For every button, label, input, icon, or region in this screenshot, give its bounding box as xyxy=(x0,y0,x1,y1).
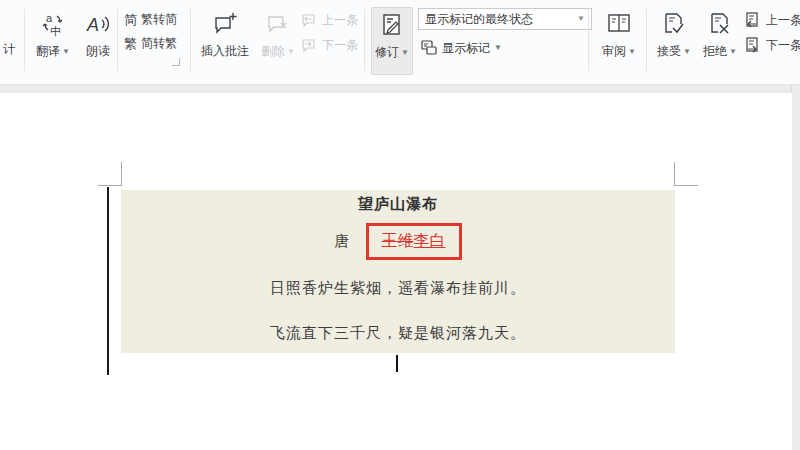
reject-change-label: 拒绝 xyxy=(703,43,727,60)
svg-text:中: 中 xyxy=(50,25,61,37)
chevron-down-icon: ▼ xyxy=(577,15,585,23)
simp-to-trad-label: 简转繁 xyxy=(141,35,177,52)
track-changes-button[interactable]: 修订▼ xyxy=(371,7,413,75)
svg-text:a: a xyxy=(46,12,53,24)
prev-change-icon xyxy=(744,11,762,29)
prev-comment-button[interactable]: 上一条 xyxy=(300,11,358,29)
prev-comment-label: 上一条 xyxy=(322,12,358,29)
app-window: 计 a 中 翻译▼ A xyxy=(0,0,800,450)
show-markup-button[interactable]: 显示标记 ▼ xyxy=(420,39,502,57)
right-margin-mark xyxy=(674,185,698,186)
word-count-button-partial[interactable]: 计 xyxy=(3,41,15,58)
next-comment-icon xyxy=(300,36,318,54)
review-pane-label: 审阅 xyxy=(602,43,626,60)
left-margin-mark xyxy=(98,185,122,186)
delete-comment-button[interactable]: 删除▼ xyxy=(256,7,300,73)
accept-change-label: 接受 xyxy=(657,43,681,60)
chevron-down-icon: ▼ xyxy=(401,49,409,57)
show-markup-icon xyxy=(420,39,438,57)
trad-to-simp-button[interactable]: 简 繁转简 xyxy=(124,11,177,28)
reject-change-button[interactable]: 拒绝▼ xyxy=(698,7,742,73)
markup-state-dropdown[interactable]: 显示标记的最终状态 ▼ xyxy=(418,8,592,30)
deleted-author-text: 王维 xyxy=(382,231,414,252)
svg-text:A: A xyxy=(86,15,99,35)
next-comment-button[interactable]: 下一条 xyxy=(300,36,358,54)
review-pane-icon xyxy=(605,7,633,41)
divider xyxy=(646,9,647,71)
divider xyxy=(24,9,25,71)
read-aloud-label: 朗读 xyxy=(86,43,110,60)
poem-line-2: 飞流直下三千尺，疑是银河落九天。 xyxy=(121,324,675,343)
revision-box[interactable]: 王维 李白 xyxy=(366,223,462,260)
text-cursor xyxy=(396,355,398,372)
translate-icon: a 中 xyxy=(39,7,67,41)
translate-button[interactable]: a 中 翻译▼ xyxy=(30,7,76,73)
divider xyxy=(190,9,191,71)
read-aloud-button[interactable]: A 朗读 xyxy=(78,7,118,73)
chevron-down-icon: ▼ xyxy=(628,48,636,56)
poem-line-1: 日照香炉生紫烟，遥看瀑布挂前川。 xyxy=(121,279,675,298)
chevron-down-icon: ▼ xyxy=(683,48,691,56)
changed-line-indicator xyxy=(107,187,109,375)
dialog-launcher-icon[interactable] xyxy=(172,58,180,66)
change-nav-group: 上一条 下一条 xyxy=(744,11,800,54)
track-changes-icon xyxy=(379,8,405,42)
simplified-char-icon: 简 xyxy=(124,13,137,26)
poem-title: 望庐山瀑布 xyxy=(121,195,675,214)
prev-change-label: 上一条 xyxy=(766,12,800,29)
show-markup-label: 显示标记 xyxy=(442,40,490,57)
document-page[interactable]: 望庐山瀑布 唐 王维 李白 日照香炉生紫烟，遥看瀑布挂前川。 飞流直下三千尺，疑… xyxy=(0,93,792,450)
insert-comment-icon xyxy=(211,7,239,41)
trad-to-simp-label: 繁转简 xyxy=(141,11,177,28)
conversion-group: 简 繁转简 繁 简转繁 xyxy=(124,11,177,52)
chevron-down-icon: ▼ xyxy=(287,48,295,56)
read-aloud-icon: A xyxy=(84,7,112,41)
prev-change-button[interactable]: 上一条 xyxy=(744,11,800,29)
next-change-label: 下一条 xyxy=(766,37,800,54)
poem-block[interactable]: 望庐山瀑布 唐 王维 李白 日照香炉生紫烟，遥看瀑布挂前川。 飞流直下三千尺，疑… xyxy=(121,190,675,353)
left-margin-mark xyxy=(121,162,122,186)
chevron-down-icon: ▼ xyxy=(494,44,502,52)
dynasty-text: 唐 xyxy=(335,232,350,251)
next-change-icon xyxy=(744,36,762,54)
inserted-author-text: 李白 xyxy=(414,231,446,252)
divider xyxy=(588,9,589,71)
divider xyxy=(117,9,118,71)
reject-change-icon xyxy=(706,7,734,41)
vertical-scrollbar[interactable] xyxy=(791,85,800,450)
insert-comment-button[interactable]: 插入批注 xyxy=(196,7,254,73)
review-ribbon: 计 a 中 翻译▼ A xyxy=(0,0,800,85)
document-canvas: 望庐山瀑布 唐 王维 李白 日照香炉生紫烟，遥看瀑布挂前川。 飞流直下三千尺，疑… xyxy=(0,85,800,450)
insert-comment-label: 插入批注 xyxy=(201,43,249,60)
delete-comment-icon xyxy=(264,7,292,41)
right-margin-mark xyxy=(674,162,675,186)
next-change-button[interactable]: 下一条 xyxy=(744,36,800,54)
traditional-char-icon: 繁 xyxy=(124,37,137,50)
accept-change-icon xyxy=(660,7,688,41)
review-pane-button[interactable]: 审阅▼ xyxy=(596,7,642,73)
prev-comment-icon xyxy=(300,11,318,29)
chevron-down-icon: ▼ xyxy=(729,48,737,56)
next-comment-label: 下一条 xyxy=(322,37,358,54)
delete-comment-label: 删除 xyxy=(261,43,285,60)
translate-label: 翻译 xyxy=(36,43,60,60)
comment-nav-group: 上一条 下一条 xyxy=(300,11,358,54)
markup-state-value: 显示标记的最终状态 xyxy=(425,11,533,28)
track-changes-label: 修订 xyxy=(375,44,399,61)
author-line: 唐 王维 李白 xyxy=(121,218,675,264)
accept-change-button[interactable]: 接受▼ xyxy=(652,7,696,73)
divider xyxy=(364,9,365,71)
chevron-down-icon: ▼ xyxy=(62,48,70,56)
simp-to-trad-button[interactable]: 繁 简转繁 xyxy=(124,35,177,52)
